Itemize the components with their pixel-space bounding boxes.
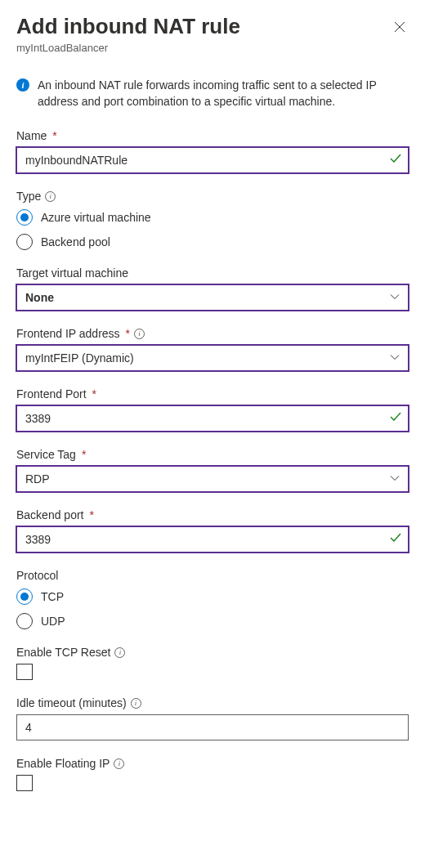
type-radio-avm[interactable]: Azure virtual machine [16, 209, 409, 226]
target-vm-select[interactable]: None [16, 284, 409, 311]
info-outline-icon[interactable]: i [114, 647, 125, 658]
info-outline-icon[interactable]: i [134, 329, 145, 339]
info-text: An inbound NAT rule forwards incoming tr… [38, 77, 409, 110]
protocol-label: Protocol [16, 569, 409, 582]
protocol-tcp-label: TCP [41, 590, 64, 603]
backend-port-input[interactable] [16, 526, 409, 553]
target-vm-label: Target virtual machine [16, 266, 409, 280]
radio-unchecked-icon [16, 234, 33, 250]
service-tag-select[interactable]: RDP [16, 466, 409, 492]
info-banner: i An inbound NAT rule forwards incoming … [16, 77, 409, 110]
info-icon: i [16, 78, 29, 92]
check-icon [389, 531, 402, 548]
name-label: Name* [16, 129, 409, 142]
floating-ip-checkbox[interactable] [16, 775, 33, 791]
radio-checked-icon [16, 209, 33, 226]
idle-timeout-input[interactable] [16, 714, 409, 740]
check-icon [389, 410, 402, 427]
protocol-radio-tcp[interactable]: TCP [16, 588, 409, 605]
chevron-down-icon [390, 472, 400, 485]
tcp-reset-label: Enable TCP Reset i [16, 646, 409, 659]
floating-ip-label: Enable Floating IP i [16, 757, 409, 770]
frontend-ip-label: Frontend IP address* i [16, 327, 409, 340]
target-vm-value: None [25, 291, 54, 304]
chevron-down-icon [390, 291, 400, 304]
idle-timeout-label: Idle timeout (minutes) i [16, 696, 409, 709]
radio-unchecked-icon [16, 613, 33, 629]
protocol-radio-udp[interactable]: UDP [16, 613, 409, 629]
radio-checked-icon [16, 588, 33, 605]
name-input[interactable] [16, 147, 409, 173]
type-radio-bpool-label: Backend pool [41, 235, 110, 248]
type-radio-group: Azure virtual machine Backend pool [16, 209, 409, 250]
frontend-ip-select[interactable]: myIntFEIP (Dynamic) [16, 345, 409, 371]
check-icon [389, 152, 402, 168]
frontend-ip-value: myIntFEIP (Dynamic) [25, 351, 134, 365]
close-icon [394, 21, 405, 33]
protocol-radio-group: TCP UDP [16, 588, 409, 629]
frontend-port-input[interactable] [16, 405, 409, 432]
panel-title: Add inbound NAT rule [16, 13, 240, 40]
service-tag-label: Service Tag* [16, 448, 409, 461]
info-outline-icon[interactable]: i [45, 191, 56, 202]
panel-subtitle: myIntLoadBalancer [16, 42, 409, 54]
type-label: Type i [16, 190, 409, 203]
protocol-udp-label: UDP [41, 615, 65, 628]
type-radio-bpool[interactable]: Backend pool [16, 234, 409, 250]
info-outline-icon[interactable]: i [114, 758, 124, 769]
frontend-port-label: Frontend Port* [16, 387, 409, 400]
service-tag-value: RDP [25, 472, 50, 485]
close-button[interactable] [391, 18, 409, 36]
type-radio-avm-label: Azure virtual machine [41, 211, 151, 224]
backend-port-label: Backend port* [16, 508, 409, 521]
info-outline-icon[interactable]: i [131, 698, 141, 709]
chevron-down-icon [390, 351, 400, 365]
tcp-reset-checkbox[interactable] [16, 664, 33, 680]
